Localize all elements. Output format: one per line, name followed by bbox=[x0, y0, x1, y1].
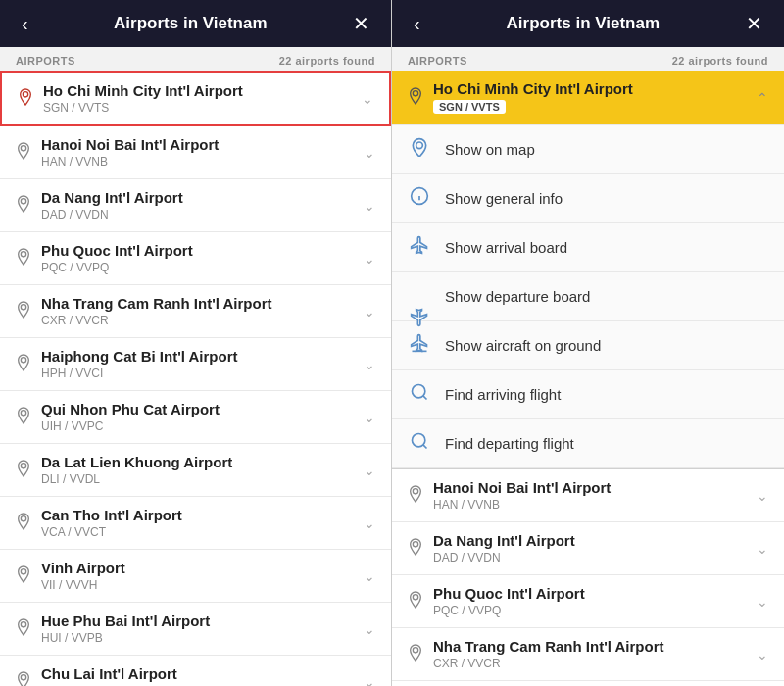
svg-point-6 bbox=[21, 410, 25, 415]
chevron-down-icon: ⌄ bbox=[362, 91, 373, 107]
action-icon bbox=[408, 186, 431, 211]
airport-name: Da Nang Int'l Airport bbox=[41, 189, 356, 206]
airport-info: Da Lat Lien Khuong Airport DLI / VVDL bbox=[41, 454, 356, 486]
action-icon bbox=[408, 382, 431, 407]
location-icon bbox=[16, 512, 31, 535]
airport-code: HAN / VVNB bbox=[41, 155, 356, 169]
chevron-down-icon: ⌄ bbox=[364, 145, 375, 161]
svg-point-5 bbox=[21, 357, 25, 362]
chevron-down-icon: ⌄ bbox=[757, 488, 768, 504]
location-icon bbox=[18, 87, 33, 111]
airport-info: Nha Trang Cam Ranh Int'l Airport CXR / V… bbox=[433, 638, 749, 670]
left-back-button[interactable]: ‹ bbox=[16, 12, 34, 35]
airport-name: Phu Quoc Int'l Airport bbox=[41, 242, 356, 259]
right-selected-airport[interactable]: Ho Chi Minh City Int'l Airport SGN / VVT… bbox=[392, 71, 784, 125]
left-airport-item[interactable]: Da Lat Lien Khuong Airport DLI / VVDL ⌄ bbox=[0, 444, 391, 497]
right-airport-item[interactable]: Nha Trang Cam Ranh Int'l Airport CXR / V… bbox=[392, 628, 784, 681]
airport-code: DAD / VVDN bbox=[433, 551, 749, 564]
location-icon bbox=[408, 86, 423, 110]
airport-code: DLI / VVDL bbox=[41, 472, 356, 486]
action-item[interactable]: Find arriving flight bbox=[392, 370, 784, 419]
action-label: Show on map bbox=[445, 141, 535, 158]
action-icon bbox=[408, 137, 431, 162]
chevron-down-icon: ⌄ bbox=[364, 410, 375, 425]
airport-info: Ho Chi Minh City Int'l Airport SGN / VVT… bbox=[43, 82, 354, 115]
airport-info: Ho Chi Minh City Int'l Airport SGN / VVT… bbox=[433, 80, 749, 115]
airport-info: Hanoi Noi Bai Int'l Airport HAN / VVNB bbox=[433, 479, 749, 512]
right-back-button[interactable]: ‹ bbox=[408, 12, 426, 35]
right-close-button[interactable]: ✕ bbox=[740, 12, 768, 35]
airport-info: Hue Phu Bai Int'l Airport HUI / VVPB bbox=[41, 612, 356, 645]
svg-point-7 bbox=[21, 463, 25, 467]
chevron-down-icon: ⌄ bbox=[364, 515, 375, 531]
chevron-down-icon: ⌄ bbox=[364, 198, 375, 214]
chevron-down-icon: ⌄ bbox=[757, 541, 768, 557]
right-airport-item[interactable]: Haiphong Cat Bi Int'l Airport HPH / VVCI… bbox=[392, 681, 784, 686]
left-airport-item[interactable]: Chu Lai Int'l Airport VCL / VVCA ⌄ bbox=[0, 656, 391, 686]
left-airport-item[interactable]: Qui Nhon Phu Cat Airport UIH / VVPC ⌄ bbox=[0, 391, 391, 444]
airport-info: Phu Quoc Int'l Airport PQC / VVPQ bbox=[433, 585, 749, 617]
airport-code: UIH / VVPC bbox=[41, 419, 356, 433]
left-airport-item[interactable]: Ho Chi Minh City Int'l Airport SGN / VVT… bbox=[0, 71, 391, 126]
right-panel-title: Airports in Vietnam bbox=[426, 14, 740, 33]
action-item[interactable]: Show on map bbox=[392, 125, 784, 174]
action-item[interactable]: Show aircraft on ground bbox=[392, 321, 784, 370]
airport-code: HUI / VVPB bbox=[41, 631, 356, 645]
left-airports-label: AIRPORTS bbox=[16, 55, 75, 67]
chevron-up-icon: ⌃ bbox=[757, 90, 768, 106]
airport-info: Phu Quoc Int'l Airport PQC / VVPQ bbox=[41, 242, 356, 274]
right-airport-item[interactable]: Phu Quoc Int'l Airport PQC / VVPQ ⌄ bbox=[392, 575, 784, 628]
left-airport-item[interactable]: Can Tho Int'l Airport VCA / VVCT ⌄ bbox=[0, 497, 391, 550]
right-airport-item[interactable]: Hanoi Noi Bai Int'l Airport HAN / VVNB ⌄ bbox=[392, 469, 784, 522]
action-item[interactable]: Show departure board bbox=[392, 272, 784, 321]
location-icon bbox=[408, 484, 423, 508]
action-icon bbox=[408, 333, 431, 358]
airport-name: Hanoi Noi Bai Int'l Airport bbox=[41, 136, 356, 153]
action-icon bbox=[408, 431, 431, 456]
airport-name: Chu Lai Int'l Airport bbox=[41, 665, 356, 682]
right-airport-item[interactable]: Da Nang Int'l Airport DAD / VVDN ⌄ bbox=[392, 522, 784, 575]
location-icon bbox=[408, 643, 423, 666]
left-airport-item[interactable]: Phu Quoc Int'l Airport PQC / VVPQ ⌄ bbox=[0, 232, 391, 285]
airport-info: Hanoi Noi Bai Int'l Airport HAN / VVNB bbox=[41, 136, 356, 169]
left-airport-item[interactable]: Da Nang Int'l Airport DAD / VVDN ⌄ bbox=[0, 179, 391, 232]
left-airport-item[interactable]: Vinh Airport VII / VVVH ⌄ bbox=[0, 550, 391, 603]
svg-point-14 bbox=[413, 90, 417, 95]
action-label: Show general info bbox=[445, 190, 563, 207]
chevron-down-icon: ⌄ bbox=[364, 568, 375, 584]
left-airport-item[interactable]: Hue Phu Bai Int'l Airport HUI / VVPB ⌄ bbox=[0, 603, 391, 656]
action-item[interactable]: Show arrival board bbox=[392, 223, 784, 272]
airport-name: Can Tho Int'l Airport bbox=[41, 507, 356, 523]
airport-info: Da Nang Int'l Airport DAD / VVDN bbox=[433, 532, 749, 564]
location-icon bbox=[16, 194, 31, 218]
chevron-down-icon: ⌄ bbox=[364, 463, 375, 478]
airport-name: Ho Chi Minh City Int'l Airport bbox=[43, 82, 354, 99]
svg-point-8 bbox=[21, 515, 25, 520]
airport-code: VCA / VVCT bbox=[41, 525, 356, 539]
svg-point-25 bbox=[413, 541, 417, 546]
location-icon bbox=[16, 406, 31, 429]
location-icon bbox=[16, 564, 31, 588]
action-item[interactable]: Find departing flight bbox=[392, 419, 784, 468]
location-icon bbox=[16, 353, 31, 376]
left-airport-item[interactable]: Haiphong Cat Bi Int'l Airport HPH / VVCI… bbox=[0, 338, 391, 391]
chevron-down-icon: ⌄ bbox=[364, 251, 375, 267]
right-header: ‹ Airports in Vietnam ✕ bbox=[392, 0, 784, 47]
right-airport-list: Ho Chi Minh City Int'l Airport SGN / VVT… bbox=[392, 71, 784, 686]
airport-name: Da Lat Lien Khuong Airport bbox=[41, 454, 356, 470]
right-airports-count: 22 airports found bbox=[672, 55, 768, 67]
svg-point-3 bbox=[21, 251, 25, 256]
svg-point-2 bbox=[21, 198, 25, 203]
left-close-button[interactable]: ✕ bbox=[347, 12, 375, 35]
action-item[interactable]: Show general info bbox=[392, 174, 784, 223]
selected-airport-code: SGN / VVTS bbox=[433, 100, 506, 114]
chevron-down-icon: ⌄ bbox=[364, 357, 375, 372]
airport-code: HPH / VVCI bbox=[41, 367, 356, 380]
left-airport-item[interactable]: Nha Trang Cam Ranh Int'l Airport CXR / V… bbox=[0, 285, 391, 338]
svg-line-21 bbox=[423, 396, 427, 400]
right-section-label: AIRPORTS 22 airports found bbox=[392, 47, 784, 71]
location-icon bbox=[16, 300, 31, 323]
airport-name: Nha Trang Cam Ranh Int'l Airport bbox=[41, 295, 356, 312]
airport-name: Vinh Airport bbox=[41, 560, 356, 576]
left-airport-item[interactable]: Hanoi Noi Bai Int'l Airport HAN / VVNB ⌄ bbox=[0, 126, 391, 179]
